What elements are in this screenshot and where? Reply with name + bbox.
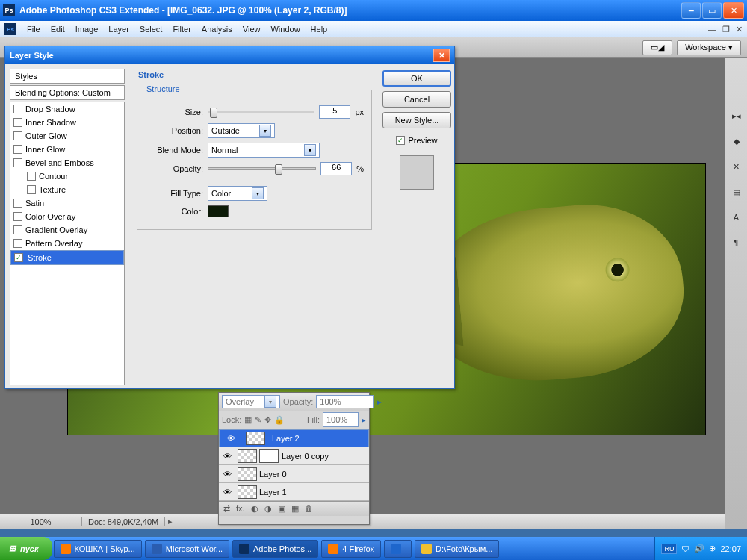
layer-thumb[interactable]: [238, 467, 257, 481]
size-slider[interactable]: [208, 111, 314, 113]
visibility-icon[interactable]: 👁: [219, 488, 235, 497]
checkbox-icon[interactable]: [27, 185, 36, 194]
fill-arrow-icon[interactable]: ▸: [362, 415, 366, 425]
style-item-inner-glow[interactable]: Inner Glow: [10, 143, 124, 156]
style-item-inner-shadow[interactable]: Inner Shadow: [10, 116, 124, 129]
mask-icon[interactable]: ◐: [251, 504, 258, 514]
style-item-outer-glow[interactable]: Outer Glow: [10, 129, 124, 143]
opacity-arrow-icon[interactable]: ▸: [377, 397, 382, 407]
paragraph-icon[interactable]: ¶: [730, 237, 743, 248]
styles-icon[interactable]: ▤: [730, 187, 743, 197]
navigator-icon[interactable]: ▸◂: [730, 111, 743, 121]
checkbox-icon[interactable]: [13, 118, 22, 127]
opacity-input[interactable]: 66: [320, 162, 352, 175]
screen-mode-button[interactable]: ▭◢: [642, 40, 672, 55]
mdi-close-icon[interactable]: ✕: [736, 25, 743, 34]
style-item-contour[interactable]: Contour: [10, 169, 124, 183]
checkbox-icon[interactable]: [13, 225, 22, 234]
menu-view[interactable]: View: [243, 25, 261, 34]
maximize-button[interactable]: ▭: [702, 2, 722, 19]
color-swatch[interactable]: [208, 205, 229, 217]
checkbox-icon[interactable]: [27, 172, 36, 181]
mdi-restore-icon[interactable]: ❐: [722, 25, 730, 34]
language-indicator[interactable]: RU: [661, 544, 677, 554]
style-item-gradient-overlay[interactable]: Gradient Overlay: [10, 223, 124, 237]
task-button[interactable]: 4 Firefox: [321, 540, 381, 558]
visibility-icon[interactable]: 👁: [219, 470, 235, 479]
checkbox-icon[interactable]: [13, 105, 22, 113]
start-button[interactable]: ⊞ пуск: [0, 537, 52, 560]
mdi-minimize-icon[interactable]: ―: [708, 25, 716, 34]
lock-transparent-icon[interactable]: ▦: [244, 415, 252, 425]
size-input[interactable]: 5: [319, 105, 350, 119]
menu-window[interactable]: Window: [270, 25, 300, 34]
cancel-button[interactable]: Cancel: [382, 91, 451, 108]
menu-image[interactable]: Image: [75, 25, 99, 34]
lock-paint-icon[interactable]: ✎: [255, 415, 261, 425]
ok-button[interactable]: OK: [382, 70, 451, 87]
blendmode-select[interactable]: Normal▾: [208, 143, 320, 158]
fx-icon[interactable]: fx.: [236, 504, 245, 514]
layer-thumb[interactable]: [246, 432, 265, 445]
checkbox-icon[interactable]: [13, 199, 22, 208]
styles-header[interactable]: Styles: [10, 69, 125, 84]
visibility-icon[interactable]: 👁: [223, 434, 239, 443]
layer-row[interactable]: 👁Layer 2: [219, 429, 369, 447]
doc-info[interactable]: Doc: 849,0K/2,40M: [82, 517, 165, 526]
lock-move-icon[interactable]: ✥: [264, 415, 271, 425]
task-button[interactable]: Microsoft Wor...: [145, 540, 229, 558]
task-button[interactable]: [384, 540, 412, 558]
layer-fill[interactable]: 100%: [323, 412, 359, 427]
close-button[interactable]: ✕: [723, 2, 744, 19]
task-button[interactable]: Adobe Photos...: [232, 540, 318, 558]
menu-analysis[interactable]: Analysis: [202, 25, 232, 34]
checkbox-icon[interactable]: [13, 239, 22, 248]
menu-help[interactable]: Help: [311, 25, 328, 34]
opacity-slider[interactable]: [208, 167, 316, 170]
layer-thumb[interactable]: [238, 485, 257, 499]
menu-edit[interactable]: Edit: [51, 25, 65, 34]
trash-icon[interactable]: 🗑: [305, 504, 313, 514]
filltype-select[interactable]: Color▾: [208, 186, 267, 201]
minimize-button[interactable]: ━: [681, 2, 701, 19]
layer-opacity[interactable]: 100%: [316, 395, 374, 408]
task-button[interactable]: D:\Foto\Крым...: [415, 540, 499, 558]
dialog-close-button[interactable]: ✕: [433, 49, 450, 62]
menu-select[interactable]: Select: [140, 25, 163, 34]
layer-row[interactable]: 👁Layer 0: [219, 465, 369, 483]
group-icon[interactable]: ▣: [278, 504, 285, 514]
tray-icon[interactable]: 🔊: [694, 544, 704, 553]
style-item-color-overlay[interactable]: Color Overlay: [10, 210, 124, 223]
menu-layer[interactable]: Layer: [108, 25, 129, 34]
layer-row[interactable]: 👁Layer 1: [219, 483, 369, 501]
info-arrow-icon[interactable]: ▸: [168, 517, 173, 526]
zoom-level[interactable]: 100%: [0, 517, 82, 526]
menu-file[interactable]: File: [27, 25, 40, 34]
link-layers-icon[interactable]: ⇄: [223, 504, 230, 514]
new-style-button[interactable]: New Style...: [382, 112, 451, 128]
style-item-drop-shadow[interactable]: Drop Shadow: [10, 102, 124, 116]
checkbox-icon[interactable]: [13, 131, 22, 140]
mask-thumb[interactable]: [259, 449, 279, 463]
checkbox-icon[interactable]: [13, 158, 22, 167]
style-item-bevel-and-emboss[interactable]: Bevel and Emboss: [10, 156, 124, 169]
layer-row[interactable]: 👁Layer 0 copy: [219, 447, 369, 465]
clock[interactable]: 22:07: [720, 544, 741, 553]
style-item-stroke[interactable]: ✓Stroke: [10, 250, 124, 265]
character-icon[interactable]: A: [730, 212, 743, 223]
menu-filter[interactable]: Filter: [173, 25, 190, 34]
checkbox-icon[interactable]: ✓: [14, 253, 23, 262]
style-item-satin[interactable]: Satin: [10, 196, 124, 210]
blend-mode-select[interactable]: Overlay▾: [222, 395, 280, 408]
style-item-texture[interactable]: Texture: [10, 183, 124, 196]
adjustment-icon[interactable]: ◑: [264, 504, 272, 514]
style-item-pattern-overlay[interactable]: Pattern Overlay: [10, 237, 124, 250]
preview-checkbox[interactable]: ✓Preview: [396, 136, 437, 145]
tray-icon[interactable]: ⊕: [709, 544, 716, 553]
layer-thumb[interactable]: [238, 449, 257, 463]
color-icon[interactable]: ◆: [730, 136, 743, 146]
task-button[interactable]: КОШКА | Skyp...: [54, 540, 142, 558]
position-select[interactable]: Outside▾: [208, 123, 275, 138]
new-layer-icon[interactable]: ▦: [291, 504, 299, 514]
lock-all-icon[interactable]: 🔒: [274, 415, 285, 425]
